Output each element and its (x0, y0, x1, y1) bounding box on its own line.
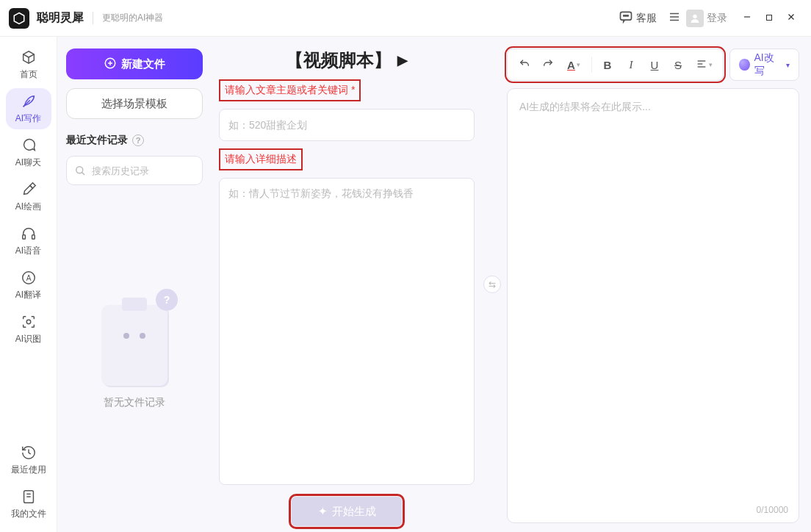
sidebar-item-vision[interactable]: AI识图 (6, 309, 51, 350)
support-label: 客服 (636, 12, 657, 25)
clipboard-illustration: ? (101, 305, 167, 386)
svg-line-15 (29, 54, 34, 57)
search-icon (73, 164, 87, 180)
ai-rewrite-button[interactable]: AI改写 ▾ (729, 48, 799, 81)
sidebar-label: AI识图 (15, 333, 41, 345)
detail-textarea[interactable] (219, 178, 475, 485)
login-button[interactable]: 登录 (686, 10, 727, 27)
titlebar: 聪明灵犀 更聪明的AI神器 客服 登录 (0, 0, 811, 37)
files-panel: 新建文件 选择场景模板 最近文件记录 ? ? 暂无文件记录 (57, 37, 212, 532)
bold-icon: B (604, 59, 612, 71)
undo-button[interactable] (513, 54, 536, 76)
font-color-icon: A (567, 59, 575, 71)
format-toolbar: A▾ B I U S ▾ (507, 48, 724, 81)
svg-point-22 (26, 320, 31, 324)
svg-point-4 (627, 15, 629, 17)
required-star: * (351, 84, 355, 96)
ai-rewrite-label: AI改写 (754, 51, 782, 78)
sidebar-item-paint[interactable]: AI绘画 (6, 176, 51, 218)
scan-icon (21, 314, 37, 330)
sidebar-item-writing[interactable]: AI写作 (6, 88, 51, 129)
page-title-text: 【视频脚本】 (286, 48, 392, 72)
generate-button[interactable]: ✦ 开始生成 (292, 497, 402, 526)
sidebar-item-recent[interactable]: 最近使用 (6, 439, 51, 481)
maximize-icon (765, 12, 774, 25)
align-button[interactable]: ▾ (691, 54, 717, 76)
sidebar-label: AI语音 (15, 245, 41, 257)
hamburger-icon (668, 10, 681, 26)
page-title: 【视频脚本】 ▶ (219, 48, 475, 72)
generate-label: 开始生成 (332, 505, 376, 519)
close-icon (786, 12, 796, 25)
svg-rect-10 (767, 15, 772, 20)
sidebar-item-chat[interactable]: AI聊天 (6, 132, 51, 173)
file-icon (21, 489, 37, 505)
minimize-button[interactable] (736, 7, 758, 29)
sidebar-item-translate[interactable]: A AI翻译 (6, 265, 51, 306)
translate-icon: A (21, 270, 37, 286)
history-icon (21, 445, 37, 461)
strike-icon: S (674, 59, 682, 71)
topic-label: 请输入文章主题或者关键词* (219, 79, 361, 101)
italic-icon: I (630, 59, 633, 71)
redo-button[interactable] (537, 54, 559, 76)
chevron-down-icon: ▾ (786, 61, 790, 69)
ai-orb-icon (739, 59, 750, 71)
maximize-button[interactable] (758, 7, 780, 29)
choose-template-label: 选择场景模板 (101, 97, 167, 111)
sidebar-item-voice[interactable]: AI语音 (6, 220, 51, 262)
svg-point-3 (625, 15, 627, 17)
recent-files-heading: 最近文件记录 ? (66, 134, 203, 147)
svg-rect-19 (32, 234, 35, 239)
app-tagline: 更聪明的AI神器 (93, 12, 163, 24)
close-button[interactable] (780, 7, 802, 29)
sidebar: 首页 AI写作 AI聊天 AI绘画 AI语音 A AI翻译 AI识图 (0, 37, 57, 532)
sidebar-item-files[interactable]: 我的文件 (6, 484, 51, 525)
play-icon[interactable]: ▶ (397, 52, 408, 68)
svg-marker-0 (14, 12, 24, 24)
svg-text:A: A (26, 273, 31, 281)
chat-bubble-icon (619, 10, 633, 26)
underline-icon: U (651, 59, 659, 71)
new-file-label: 新建文件 (121, 57, 165, 71)
new-file-button[interactable]: 新建文件 (66, 48, 203, 79)
support-button[interactable]: 客服 (619, 10, 657, 26)
chat-icon (21, 137, 37, 154)
menu-button[interactable] (663, 7, 686, 30)
brush-icon (21, 181, 37, 198)
output-panel: A▾ B I U S ▾ AI改写 ▾ AI生成的结果将会在此展示... 0/1… (502, 37, 811, 532)
output-placeholder: AI生成的结果将会在此展示... (519, 101, 787, 114)
app-name: 聪明灵犀 (37, 10, 84, 26)
sidebar-label: 最近使用 (11, 464, 46, 476)
svg-line-14 (23, 54, 28, 57)
sidebar-label: 我的文件 (11, 508, 46, 520)
detail-label: 请输入详细描述 (219, 148, 303, 170)
drag-handle-icon: ⇆ (483, 276, 501, 293)
cube-icon (21, 49, 37, 65)
output-area[interactable]: AI生成的结果将会在此展示... 0/10000 (507, 88, 799, 523)
feather-icon (21, 93, 37, 109)
strike-button[interactable]: S (667, 54, 689, 76)
panel-resize-handle[interactable]: ⇆ (482, 37, 502, 532)
headphones-icon (21, 226, 37, 242)
topic-input[interactable] (219, 109, 475, 141)
sidebar-label: AI聊天 (15, 157, 41, 169)
editor-panel: 【视频脚本】 ▶ 请输入文章主题或者关键词* 请输入详细描述 ✦ 开始生成 (212, 37, 482, 532)
underline-button[interactable]: U (644, 54, 666, 76)
choose-template-button[interactable]: 选择场景模板 (66, 88, 203, 119)
char-counter: 0/10000 (757, 505, 788, 515)
sparkle-icon: ✦ (318, 505, 328, 518)
avatar-icon (686, 10, 704, 27)
help-icon[interactable]: ? (132, 134, 144, 146)
svg-point-29 (76, 167, 83, 173)
italic-button[interactable]: I (620, 54, 642, 76)
sidebar-label: AI绘画 (15, 201, 41, 213)
empty-state: ? 暂无文件记录 (66, 194, 203, 520)
font-color-button[interactable]: A▾ (561, 54, 587, 76)
sidebar-item-home[interactable]: 首页 (6, 44, 51, 85)
bold-button[interactable]: B (596, 54, 619, 76)
redo-icon (542, 58, 554, 72)
topic-label-text: 请输入文章主题或者关键词 (225, 84, 348, 96)
app-logo (9, 8, 29, 29)
recent-files-label: 最近文件记录 (66, 134, 128, 147)
